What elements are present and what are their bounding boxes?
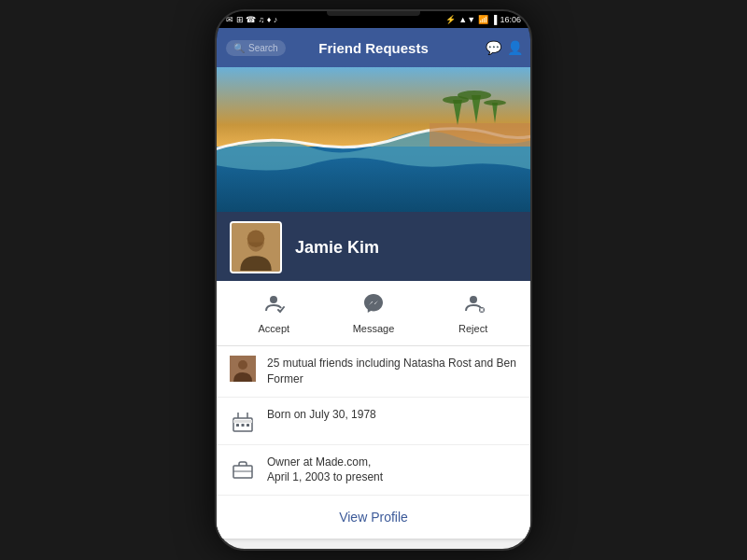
friend-request-icon[interactable]: 👤 [507, 40, 523, 55]
accept-label: Accept [259, 323, 290, 334]
svg-point-8 [270, 296, 277, 303]
page-title: Friend Requests [318, 40, 429, 56]
work-item: Owner at Made.com, April 1, 2003 to pres… [217, 445, 530, 497]
notification-icons: ✉ ⊞ ☎ ♫ ♦ ♪ [226, 15, 277, 24]
action-row: Accept Message [217, 281, 530, 346]
mutual-friends-text: 25 mutual friends including Natasha Rost… [267, 356, 517, 387]
wifi-icon: 📶 [478, 15, 488, 24]
reject-button[interactable]: Reject [445, 292, 501, 334]
search-placeholder: Search [248, 43, 278, 53]
signal-icon: ▲▼ [458, 15, 475, 24]
svg-point-4 [443, 96, 469, 104]
profile-info-row: Jamie Kim [217, 212, 530, 281]
avatar [230, 221, 282, 273]
reject-label: Reject [458, 323, 487, 334]
phone-frame: ✉ ⊞ ☎ ♫ ♦ ♪ ⚡ ▲▼ 📶 ▐ 16:06 🔍 Search Frie… [215, 9, 532, 551]
search-box[interactable]: 🔍 Search [226, 40, 286, 56]
work-icon [230, 456, 256, 483]
messenger-icon [362, 292, 385, 319]
svg-point-14 [238, 360, 247, 370]
nav-icons: 💬 👤 [486, 40, 523, 55]
search-icon: 🔍 [233, 43, 245, 53]
bluetooth-icon: ⚡ [445, 15, 456, 24]
birthday-text: Born on July 30, 1978 [267, 407, 376, 423]
status-bar: ✉ ⊞ ☎ ♫ ♦ ♪ ⚡ ▲▼ 📶 ▐ 16:06 [217, 11, 530, 28]
power-button [530, 123, 532, 170]
view-profile-row[interactable]: View Profile [217, 496, 530, 539]
mutual-friends-item: 25 mutual friends including Natasha Rost… [217, 346, 530, 398]
svg-rect-2 [430, 123, 530, 147]
svg-rect-19 [236, 424, 239, 427]
profile-name: Jamie Kim [295, 238, 379, 258]
svg-point-5 [484, 100, 506, 105]
birthday-icon [230, 409, 256, 435]
svg-point-9 [470, 296, 477, 303]
facebook-navbar: 🔍 Search Friend Requests 💬 👤 [217, 28, 530, 67]
info-section: 25 mutual friends including Natasha Rost… [217, 346, 530, 496]
cover-photo [217, 67, 530, 212]
message-button[interactable]: Message [345, 292, 402, 334]
profile-card: Jamie Kim Accept [217, 67, 530, 539]
messenger-icon[interactable]: 💬 [486, 40, 501, 55]
message-label: Message [353, 323, 395, 334]
svg-rect-21 [247, 424, 249, 427]
accept-icon [262, 292, 285, 319]
svg-rect-16 [233, 420, 252, 423]
work-text: Owner at Made.com, April 1, 2003 to pres… [267, 455, 383, 486]
card-container: Jamie Kim Accept [217, 67, 530, 549]
birthday-item: Born on July 30, 1978 [217, 398, 530, 445]
view-profile-button[interactable]: View Profile [339, 510, 408, 525]
accept-button[interactable]: Accept [246, 292, 302, 334]
status-right-icons: ⚡ ▲▼ 📶 ▐ 16:06 [445, 15, 521, 24]
reject-icon [462, 292, 485, 319]
mutual-friends-avatar [230, 356, 256, 382]
time-display: 16:06 [500, 15, 521, 24]
battery-icon: ▐ [491, 15, 497, 24]
svg-rect-20 [242, 424, 245, 427]
status-left-icons: ✉ ⊞ ☎ ♫ ♦ ♪ [226, 15, 277, 24]
